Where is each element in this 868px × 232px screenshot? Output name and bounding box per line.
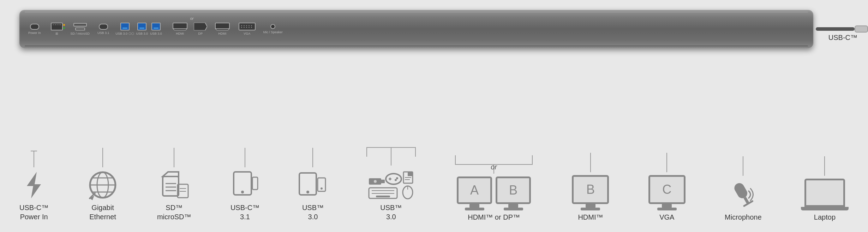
hdmi2-port-svg (215, 23, 230, 30)
icon-hdmi-dp: or A B (455, 155, 533, 221)
or-device-label: or (190, 16, 194, 21)
monitor-c-letter: B (586, 182, 595, 197)
port-dp-label: DP (198, 32, 203, 35)
connector-sd (174, 148, 174, 167)
dp-port-svg (194, 23, 207, 30)
svg-rect-23 (252, 177, 258, 190)
port-ethernet: ⊞ (51, 23, 63, 35)
svg-rect-43 (376, 196, 390, 197)
laptop-base (801, 207, 849, 210)
monitor-d-screen: C (648, 175, 686, 204)
icon-ethernet: Gigabit Ethernet (88, 148, 118, 221)
label-sd: SD™ microSD™ (157, 203, 191, 221)
hdmi1-port-svg (173, 23, 187, 30)
monitor-b-neck (508, 204, 518, 208)
icon-microphone: Microphone (725, 156, 762, 221)
laptop-screen (804, 179, 845, 207)
monitor-c-screen: B (572, 175, 609, 204)
port-hdmi1-label: HDMI (176, 32, 184, 35)
svg-point-27 (321, 187, 323, 190)
monitor-a-letter: A (470, 183, 479, 198)
connector-mic (743, 156, 743, 176)
connector-hdmi2 (590, 153, 591, 172)
label-usb30-multi: USB™ 3.0 (380, 203, 402, 221)
connector-ethernet (102, 148, 103, 167)
icon-usb30-single: USB™ 3.0 (299, 148, 327, 221)
cable-wire (816, 27, 855, 31)
svg-point-34 (396, 177, 398, 179)
svg-point-25 (306, 191, 309, 193)
port-power-in: Power In (28, 24, 41, 35)
icon-usbc31: USB-C™ 3.1 (231, 148, 259, 221)
phone-tablet-icon (299, 170, 327, 200)
port-ethernet-symbol: ⊞ (55, 32, 58, 35)
label-hdmi-dp: HDMI™ or DP™ (468, 213, 520, 221)
svg-rect-0 (173, 23, 187, 29)
label-vga: VGA (659, 213, 674, 221)
monitor-b-letter: B (509, 183, 517, 198)
monitor-c-neck (586, 204, 595, 208)
port-power-in-label: Power In (28, 31, 41, 35)
port-usb30-1-label: USB 3.0 ⬡⬡ (116, 32, 134, 35)
monitor-c-group: B (572, 175, 609, 210)
svg-point-30 (374, 180, 377, 183)
monitor-b-stand (504, 208, 523, 210)
icons-section: USB-C™ Power In Gi (19, 147, 849, 221)
globe-icon (88, 170, 118, 200)
port-hdmi1: or HDMI (173, 23, 187, 35)
port-audio: Mic / Speaker (263, 24, 283, 34)
svg-rect-29 (381, 180, 385, 183)
monitor-a: A (457, 176, 492, 210)
hdmi-dp-monitors: A B (457, 176, 531, 210)
label-ethernet: Gigabit Ethernet (89, 203, 116, 221)
svg-point-31 (386, 174, 401, 184)
port-vga-label: VGA (244, 32, 250, 35)
port-vga: VGA (239, 23, 256, 35)
svg-marker-1 (173, 29, 187, 30)
svg-point-22 (241, 191, 244, 193)
port-usb31-label: USB 3.1 (97, 31, 109, 35)
label-usbc-power: USB-C™ Power In (19, 203, 48, 221)
monitor-d-neck (662, 204, 672, 208)
svg-rect-46 (732, 181, 749, 200)
port-dp: DP (194, 23, 207, 35)
monitor-a-screen: A (457, 176, 492, 204)
connector-laptop (824, 156, 825, 176)
port-usb30-3: USB 3.0 (150, 23, 162, 35)
port-usb30-3-label: USB 3.0 (150, 32, 162, 35)
peripherals-icon (368, 168, 414, 200)
connector-vga (666, 153, 667, 172)
monitor-a-neck (469, 204, 479, 208)
svg-rect-13 (163, 176, 179, 196)
svg-marker-14 (163, 172, 179, 176)
device-body: Power In ⊞ (19, 10, 813, 48)
port-sd-label: SD / microSD (71, 32, 90, 35)
monitor-d-group: C (648, 175, 686, 210)
port-sd: SD / microSD (71, 23, 90, 35)
monitor-d-letter: C (662, 182, 671, 197)
usbc-cable-label: USB-C™ (828, 34, 857, 42)
port-hdmi2: HDMI (215, 23, 230, 35)
port-audio-label: Mic / Speaker (263, 30, 283, 34)
svg-marker-5 (27, 172, 41, 198)
monitor-b-screen: B (496, 176, 531, 204)
monitor-b: B (496, 176, 531, 210)
label-usbc31: USB-C™ 3.1 (231, 203, 259, 221)
bracket-usb30 (366, 147, 416, 166)
port-usb30-1: USB 3.0 ⬡⬡ (116, 23, 134, 35)
connector-usb30-single (312, 148, 313, 167)
sd-icon (159, 170, 189, 200)
label-microphone: Microphone (725, 213, 762, 221)
laptop-group (801, 179, 849, 210)
icon-hdmi2: B HDMI™ (572, 153, 609, 221)
icon-vga: C VGA (648, 153, 686, 221)
cable-connector (855, 25, 868, 33)
port-hdmi2-label: HDMI (218, 32, 226, 35)
svg-marker-37 (408, 172, 413, 176)
icon-usb30-multi: USB™ 3.0 (366, 147, 416, 221)
ports-row: Power In ⊞ (19, 10, 813, 48)
monitor-d-stand (657, 208, 677, 210)
svg-point-35 (395, 179, 397, 181)
icon-usbc-power: USB-C™ Power In (19, 151, 48, 221)
svg-rect-3 (215, 23, 229, 29)
